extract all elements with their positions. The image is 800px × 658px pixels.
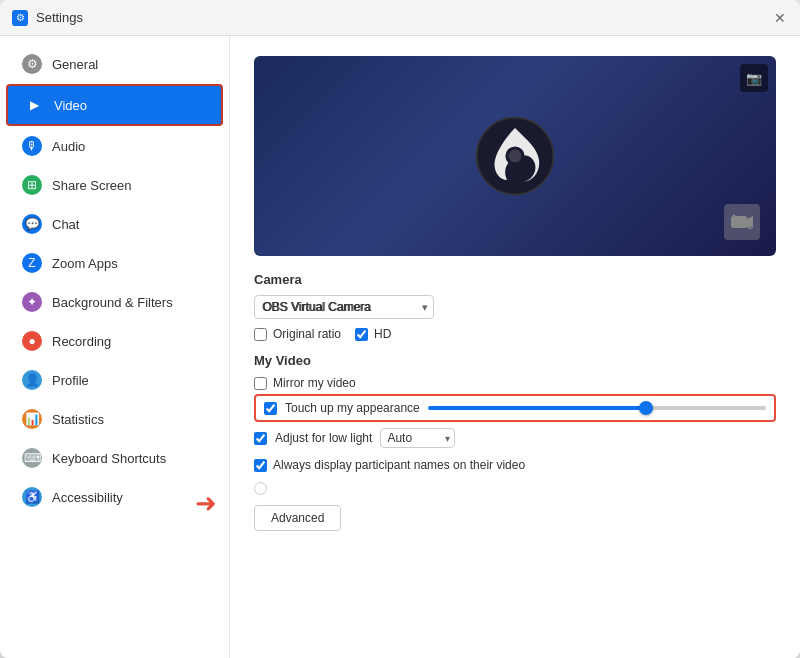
camera-row: OBS Virtual Camera Default Camera None O… <box>254 295 776 319</box>
audio-icon: 🎙 <box>22 136 42 156</box>
sidebar-item-label-zoom-apps: Zoom Apps <box>52 256 118 271</box>
sidebar-item-label-background-filters: Background & Filters <box>52 295 173 310</box>
sidebar-item-chat[interactable]: 💬Chat <box>6 205 223 243</box>
sidebar-item-recording[interactable]: ●Recording <box>6 322 223 360</box>
touch-up-label: Touch up my appearance <box>285 401 420 415</box>
video-preview: 📷 <box>254 56 776 256</box>
sidebar-item-accessibility[interactable]: ♿Accessibility <box>6 478 223 516</box>
sidebar-item-label-video: Video <box>54 98 87 113</box>
original-ratio-row: Original ratio HD <box>254 327 776 341</box>
profile-icon: 👤 <box>22 370 42 390</box>
partial-circle-icon <box>254 482 267 495</box>
general-icon: ⚙ <box>22 54 42 74</box>
close-button[interactable]: ✕ <box>772 10 788 26</box>
video-icon: ▶ <box>24 95 44 115</box>
titlebar-left: ⚙ Settings <box>12 10 83 26</box>
partial-row <box>254 482 776 495</box>
sidebar-item-label-statistics: Statistics <box>52 412 104 427</box>
touch-up-row: Touch up my appearance <box>254 394 776 422</box>
adjust-row: Adjust for low light Auto Manual Disable… <box>254 428 776 448</box>
background-filters-icon: ✦ <box>22 292 42 312</box>
sidebar-item-label-audio: Audio <box>52 139 85 154</box>
sidebar-item-audio[interactable]: 🎙Audio <box>6 127 223 165</box>
sidebar-item-general[interactable]: ⚙General <box>6 45 223 83</box>
advanced-button[interactable]: Advanced <box>254 505 341 531</box>
sidebar-item-statistics[interactable]: 📊Statistics <box>6 400 223 438</box>
sidebar-item-video[interactable]: ▶Video <box>6 84 223 126</box>
hd-label: HD <box>374 327 391 341</box>
adjust-label: Adjust for low light <box>275 431 372 445</box>
touch-up-slider[interactable] <box>428 406 766 410</box>
adjust-checkbox[interactable] <box>254 432 267 445</box>
no-video-icon <box>724 204 760 240</box>
camera-select[interactable]: OBS Virtual Camera Default Camera None <box>254 295 434 319</box>
sidebar-item-label-profile: Profile <box>52 373 89 388</box>
accessibility-icon: ♿ <box>22 487 42 507</box>
my-video-section: My Video Mirror my video Touch up my app… <box>254 353 776 448</box>
keyboard-shortcuts-icon: ⌨ <box>22 448 42 468</box>
sidebar-item-label-share-screen: Share Screen <box>52 178 132 193</box>
app-icon: ⚙ <box>12 10 28 26</box>
sidebar-item-label-recording: Recording <box>52 334 111 349</box>
window-title: Settings <box>36 10 83 25</box>
sidebar-item-label-general: General <box>52 57 98 72</box>
mirror-checkbox[interactable] <box>254 377 267 390</box>
settings-window: ⚙ Settings ✕ ⚙General▶Video🎙Audio⊞Share … <box>0 0 800 658</box>
always-display-checkbox[interactable] <box>254 459 267 472</box>
sidebar-item-label-keyboard-shortcuts: Keyboard Shortcuts <box>52 451 166 466</box>
sidebar-item-label-chat: Chat <box>52 217 79 232</box>
red-arrow-annotation: ➜ <box>195 488 217 519</box>
touch-up-checkbox[interactable] <box>264 402 277 415</box>
svg-point-2 <box>509 150 522 163</box>
mirror-row: Mirror my video <box>254 376 776 390</box>
always-display-row: Always display participant names on thei… <box>254 458 776 472</box>
titlebar: ⚙ Settings ✕ <box>0 0 800 36</box>
sidebar-item-zoom-apps[interactable]: ZZoom Apps <box>6 244 223 282</box>
share-screen-icon: ⊞ <box>22 175 42 195</box>
adjust-select-wrapper[interactable]: Auto Manual Disabled <box>380 428 455 448</box>
chat-icon: 💬 <box>22 214 42 234</box>
sidebar-item-background-filters[interactable]: ✦Background & Filters <box>6 283 223 321</box>
recording-icon: ● <box>22 331 42 351</box>
original-ratio-label: Original ratio <box>273 327 341 341</box>
adjust-select[interactable]: Auto Manual Disabled <box>380 428 455 448</box>
sidebar-item-keyboard-shortcuts[interactable]: ⌨Keyboard Shortcuts <box>6 439 223 477</box>
zoom-apps-icon: Z <box>22 253 42 273</box>
sidebar-item-share-screen[interactable]: ⊞Share Screen <box>6 166 223 204</box>
hd-checkbox[interactable] <box>355 328 368 341</box>
original-ratio-checkbox[interactable] <box>254 328 267 341</box>
content-area: ⚙General▶Video🎙Audio⊞Share Screen💬ChatZZ… <box>0 36 800 658</box>
snapshot-button[interactable]: 📷 <box>740 64 768 92</box>
always-display-label: Always display participant names on thei… <box>273 458 525 472</box>
obs-logo <box>475 116 555 196</box>
sidebar-item-profile[interactable]: 👤Profile <box>6 361 223 399</box>
camera-select-wrapper[interactable]: OBS Virtual Camera Default Camera None O… <box>254 295 434 319</box>
my-video-label: My Video <box>254 353 776 368</box>
mirror-label: Mirror my video <box>273 376 356 390</box>
sidebar-item-label-accessibility: Accessibility <box>52 490 123 505</box>
main-content: 📷 <box>230 36 800 658</box>
sidebar: ⚙General▶Video🎙Audio⊞Share Screen💬ChatZZ… <box>0 36 230 658</box>
statistics-icon: 📊 <box>22 409 42 429</box>
camera-section-label: Camera <box>254 272 776 287</box>
